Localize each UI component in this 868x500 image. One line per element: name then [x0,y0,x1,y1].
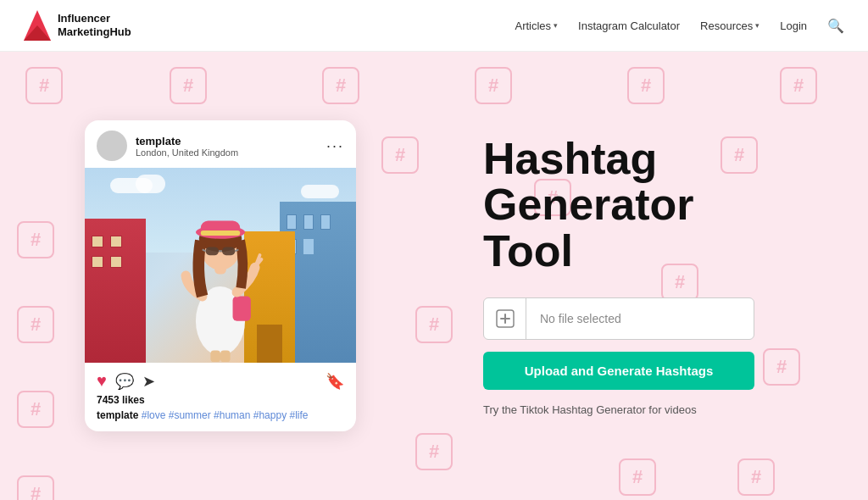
main-nav: Articles ▾ Instagram Calculator Resource… [515,18,844,34]
window [287,214,297,230]
main-content: ################### template London, Uni… [0,52,868,500]
upload-generate-button[interactable]: Upload and Generate Hashtags [483,352,754,390]
ig-likes: 7453 likes [85,394,356,409]
chevron-down-icon: ▾ [554,21,558,30]
window [92,256,103,268]
window [110,256,122,268]
nav-login[interactable]: Login [780,19,807,32]
heart-icon[interactable]: ♥ [97,371,107,391]
search-icon[interactable]: 🔍 [827,18,844,34]
svg-rect-10 [206,247,220,255]
ig-left-actions: ♥ 💬 ➤ [97,371,155,391]
tool-title: Hashtag Generator Tool [483,136,826,275]
right-panel: Hashtag Generator Tool No file selected … [441,52,868,500]
nav-instagram-calculator[interactable]: Instagram Calculator [578,19,680,32]
bookmark-icon[interactable]: 🔖 [326,372,344,391]
window [320,214,331,230]
logo-text: Influencer MarketingHub [58,12,131,38]
ig-caption: template #love #summer #human #happy #li… [85,409,356,431]
ig-post-image [85,168,356,363]
avatar [97,131,127,161]
window [303,239,314,254]
building [85,219,146,363]
share-icon[interactable]: ➤ [142,372,155,391]
window [303,214,314,230]
logo-icon [24,10,51,41]
ig-username: template [136,135,238,147]
svg-rect-3 [233,297,251,321]
instagram-card: template London, United Kingdom ··· [85,120,356,431]
svg-rect-11 [222,247,236,255]
girl-illustration [155,181,287,363]
ig-profile: template London, United Kingdom [97,131,238,161]
window [92,236,103,247]
ig-caption-username: template [97,409,138,421]
ig-card-header: template London, United Kingdom ··· [85,120,356,168]
header: Influencer MarketingHub Articles ▾ Insta… [0,0,868,52]
nav-resources[interactable]: Resources ▾ [700,19,760,32]
svg-rect-16 [220,351,231,363]
logo[interactable]: Influencer MarketingHub [24,10,131,41]
chevron-down-icon: ▾ [755,21,760,30]
window [110,236,122,247]
more-options-icon[interactable]: ··· [326,137,344,155]
nav-articles[interactable]: Articles ▾ [515,19,558,32]
add-file-icon [484,297,526,340]
file-upload-label: No file selected [526,312,635,325]
svg-rect-15 [210,351,220,363]
tiktok-link-text: Try the Tiktok Hashtag Generator for vid… [483,403,826,416]
ig-user-info: template London, United Kingdom [136,135,238,158]
left-panel: template London, United Kingdom ··· [0,52,441,500]
comment-icon[interactable]: 💬 [115,372,134,391]
svg-rect-9 [201,231,241,236]
file-upload-area[interactable]: No file selected [483,297,754,340]
ig-actions: ♥ 💬 ➤ 🔖 [85,363,356,394]
ig-location: London, United Kingdom [136,147,238,158]
ig-hashtags: #love #summer #human #happy #life [142,409,309,421]
